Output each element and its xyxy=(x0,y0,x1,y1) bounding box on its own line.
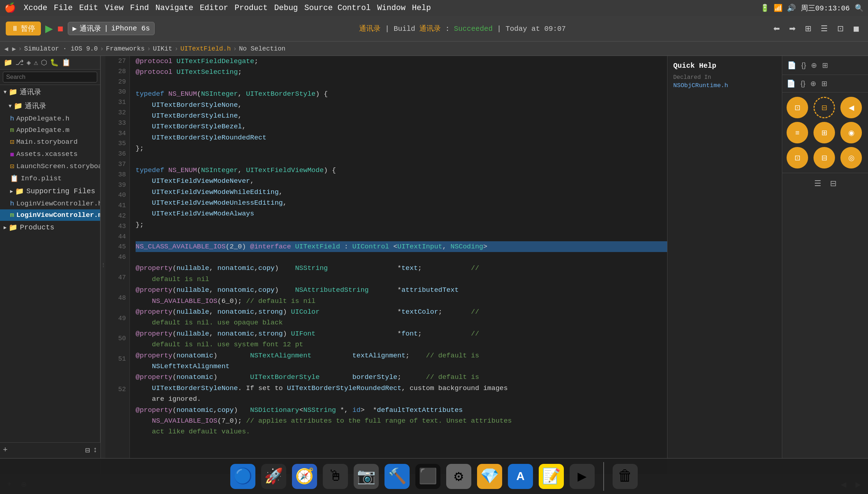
menu-help[interactable]: Help xyxy=(412,4,431,13)
code-line-52a: @property(nonatomic,copy) NSDictionary<N… xyxy=(136,405,667,415)
bc-uikit[interactable]: UIKit xyxy=(153,45,172,52)
nav-test-icon[interactable]: ⬡ xyxy=(41,58,47,67)
sidebar-subgroup-tongxunlu[interactable]: ▼ 📁 通讯录 xyxy=(0,99,100,113)
menu-source-control[interactable]: Source Control xyxy=(305,4,371,13)
sidebar-item-main-storyboard[interactable]: ⊡ Main.storyboard xyxy=(0,136,100,148)
code-editor[interactable]: 27 28 29 30 31 32 33 34 35 36 37 38 39 4… xyxy=(105,56,667,474)
menu-product[interactable]: Product xyxy=(235,4,268,13)
dock-item-notes[interactable]: 📝 xyxy=(539,464,564,489)
inspector-icon-4[interactable]: ⊞ xyxy=(820,78,829,89)
circle-btn-4[interactable]: ≡ xyxy=(787,122,808,143)
code-line-52b: NS_AVAILABLE_IOS(7_0); // applies attrib… xyxy=(136,415,667,426)
inspector-icon-3[interactable]: ⊕ xyxy=(809,78,818,89)
search-input[interactable] xyxy=(3,72,97,82)
sidebar-group-products[interactable]: ▶ 📁 Products xyxy=(0,221,100,234)
inspector-icon-2[interactable]: {} xyxy=(799,78,807,89)
circle-btn-9[interactable]: ◎ xyxy=(840,147,862,168)
nav-back-button[interactable]: ⬅ xyxy=(770,23,783,35)
status-icons: 🔋 📶 🔊 xyxy=(760,4,796,13)
menu-view[interactable]: View xyxy=(105,4,124,13)
menu-debug[interactable]: Debug xyxy=(274,4,298,13)
expand-all-button[interactable]: ↕ xyxy=(93,446,98,455)
apple-menu[interactable]: 🍎 xyxy=(4,2,16,14)
sidebar-group-tongxunlu[interactable]: ▼ 📁 通讯录 xyxy=(0,85,100,99)
nav-log-icon[interactable]: 📋 xyxy=(62,58,71,67)
dock-item-safari[interactable]: 🧭 xyxy=(292,464,317,489)
dock-item-terminal[interactable]: ⬛ xyxy=(415,464,440,489)
nav-folder-icon[interactable]: 📁 xyxy=(4,58,13,67)
bc-uitextfield[interactable]: UITextField.h xyxy=(180,45,231,52)
inspector-bottom-icon-1[interactable]: ☰ xyxy=(813,177,823,190)
sidebar-item-loginvc-h[interactable]: h LoginViewController.h xyxy=(0,198,100,209)
bc-no-selection[interactable]: No Selection xyxy=(239,45,286,52)
circle-btn-5[interactable]: ⊞ xyxy=(813,122,835,143)
ln-47b xyxy=(105,283,129,293)
layout-icon-2[interactable]: ☰ xyxy=(818,23,831,35)
layout-icon-4[interactable]: ◼ xyxy=(850,23,862,35)
inspector-icon-1[interactable]: 📄 xyxy=(785,78,797,89)
breadcrumb-back[interactable]: ◀ ▶ xyxy=(4,45,16,53)
circle-btn-1[interactable]: ⊡ xyxy=(787,97,808,118)
dock-item-finder[interactable]: 🔵 xyxy=(230,464,255,489)
menu-window[interactable]: Window xyxy=(377,4,405,13)
scheme-selector[interactable]: ▶ 通讯录 | iPhone 6s xyxy=(68,22,155,35)
sidebar-item-appdelegate-m[interactable]: m AppDelegate.m xyxy=(0,124,100,136)
ln-51b xyxy=(105,364,129,374)
sidebar-item-infoplist[interactable]: 📋 Info.plist xyxy=(0,172,100,185)
dock-item-launchpad[interactable]: 🚀 xyxy=(261,464,286,489)
code-snippet-icon[interactable]: {} xyxy=(800,60,807,71)
sidebar-item-loginvc-m[interactable]: m LoginViewController.m xyxy=(0,209,100,221)
bc-frameworks[interactable]: Frameworks xyxy=(106,45,145,52)
declared-in-file[interactable]: NSObjCRuntime.h xyxy=(673,82,776,89)
dock-item-mouse[interactable]: 🖱 xyxy=(323,464,348,489)
code-line-51b: UITextBorderStyleNone. If set to UITextB… xyxy=(136,383,667,394)
layout-icon-1[interactable]: ⊞ xyxy=(802,23,814,35)
bc-simulator[interactable]: Simulator · iOS 9.0 xyxy=(24,45,98,52)
dock-item-mediaplayer[interactable]: ▶ xyxy=(570,464,595,489)
notes-icon: 📝 xyxy=(539,464,564,489)
dock-item-xcode[interactable]: 🔨 xyxy=(385,464,410,489)
stop-button[interactable]: ■ xyxy=(57,23,63,34)
pause-button[interactable]: ⏸ 暂停 xyxy=(6,22,41,35)
sidebar-item-appdelegate-h[interactable]: h AppDelegate.h xyxy=(0,113,100,124)
clock-display: 周三09:13:06 xyxy=(801,3,850,13)
nav-git-icon[interactable]: ⎇ xyxy=(15,58,24,67)
file-template-icon[interactable]: 📄 xyxy=(786,60,798,71)
add-file-button[interactable]: + xyxy=(3,446,8,455)
ln-45: 45 xyxy=(105,242,129,252)
nav-breakpoint-icon[interactable]: ◈ xyxy=(27,58,31,67)
circle-btn-3-back[interactable]: ◀ xyxy=(840,97,862,118)
circle-btn-8[interactable]: ⊟ xyxy=(813,147,835,168)
circle-btn-2-outline[interactable]: ⊟ xyxy=(813,97,835,118)
menu-xcode[interactable]: Xcode xyxy=(24,4,47,13)
dock-item-sketch[interactable]: 💎 xyxy=(477,464,502,489)
menu-editor[interactable]: Editor xyxy=(200,4,228,13)
ln-38: 38 xyxy=(105,170,129,180)
search-icon[interactable]: 🔍 xyxy=(855,4,864,13)
sidebar-item-assets[interactable]: ◼ Assets.xcassets xyxy=(0,148,100,160)
menu-navigate[interactable]: Navigate xyxy=(155,4,193,13)
dock-item-sysprefs[interactable]: ⚙ xyxy=(446,464,471,489)
inspector-bottom-icon-2[interactable]: ⊟ xyxy=(829,177,838,190)
file-label: Info.plist xyxy=(21,175,62,182)
nav-debug-icon[interactable]: 🐛 xyxy=(50,58,59,67)
sidebar-resize-handle[interactable]: ⋮ xyxy=(100,56,105,474)
filter-button[interactable]: ⊟ xyxy=(85,446,90,455)
code-line-50b: NSLeftTextAlignment xyxy=(136,361,667,372)
sidebar-item-launchscreen[interactable]: ⊡ LaunchScreen.storyboard xyxy=(0,160,100,172)
media-library-icon[interactable]: ⊞ xyxy=(821,60,830,71)
layout-icon-3[interactable]: ⊡ xyxy=(834,23,846,35)
menu-edit[interactable]: Edit xyxy=(79,4,98,13)
sidebar-item-supporting[interactable]: ▶ 📁 Supporting Files xyxy=(0,185,100,198)
nav-issue-icon[interactable]: ⚠ xyxy=(34,58,38,67)
dock-item-appstore[interactable]: A xyxy=(508,464,533,489)
object-library-icon[interactable]: ⊕ xyxy=(810,60,819,71)
circle-btn-7[interactable]: ⊡ xyxy=(787,147,808,168)
run-button[interactable]: ▶ xyxy=(45,23,53,34)
menu-file[interactable]: File xyxy=(54,4,73,13)
dock-item-photos[interactable]: 📷 xyxy=(354,464,379,489)
menu-find[interactable]: Find xyxy=(130,4,149,13)
dock-item-trash[interactable]: 🗑 xyxy=(613,464,638,489)
circle-btn-6[interactable]: ◉ xyxy=(840,122,862,143)
nav-forward-button[interactable]: ➡ xyxy=(786,23,798,35)
